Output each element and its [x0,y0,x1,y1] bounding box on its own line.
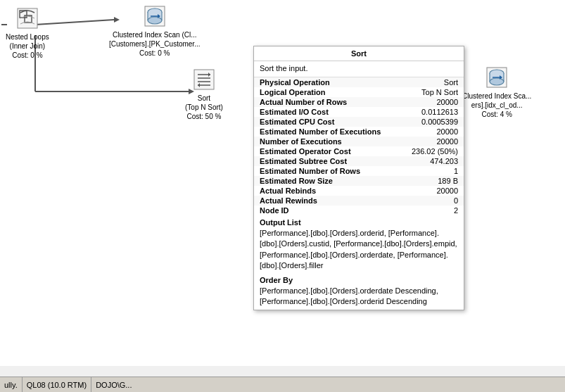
clustered-index-scan-top-label: Clustered Index Scan (Cl...[Customers].[… [109,30,201,58]
tooltip-row: Logical OperationTop N Sort [254,87,464,97]
tooltip-row: Actual Rewinds0 [254,196,464,206]
svg-point-27 [490,78,504,85]
output-list-text: [Performance].[dbo].[Orders].orderid, [P… [254,228,464,274]
tooltip-row-label: Estimated I/O Cost [254,107,386,117]
clustered-index-scan-right-icon [484,65,509,90]
tooltip-row: Estimated CPU Cost0.0005399 [254,117,464,127]
clustered-index-scan-top-node: Clustered Index Scan (Cl...[Customers].[… [109,4,201,58]
tooltip-row: Estimated Operator Cost236.02 (50%) [254,146,464,156]
status-segment-1: QL08 (10.0 RTM) [23,377,91,392]
tooltip-row-value: 474.203 [386,156,464,166]
sort-label: Sort(Top N Sort)Cost: 50 % [185,94,223,121]
tooltip-row-value: Top N Sort [386,87,464,97]
nested-loops-node: Nested Loops (Inner Join) Cost: 0 % [6,6,49,60]
tooltip-row-value: 189 B [386,176,464,186]
tooltip-row-label: Actual Number of Rows [254,97,386,107]
tooltip-row-label: Actual Rebinds [254,186,386,196]
status-segment-2: DOJO\G... [91,377,136,392]
tooltip-description: Sort the input. [254,61,464,77]
status-text-1: QL08 (10.0 RTM) [27,381,87,389]
tooltip-row-value: 0 [386,196,464,206]
tooltip-properties-table: Physical OperationSortLogical OperationT… [254,77,464,215]
status-text-0: ully. [4,381,18,389]
tooltip-row: Estimated Number of Rows1 [254,166,464,176]
tooltip-row-label: Estimated CPU Cost [254,117,386,127]
tooltip-row: Estimated I/O Cost0.0112613 [254,107,464,117]
order-by-label: Order By [254,274,464,286]
tooltip-row-label: Estimated Subtree Cost [254,156,386,166]
tooltip-row: Actual Rebinds20000 [254,186,464,196]
tooltip-row: Estimated Row Size189 B [254,176,464,186]
order-by-text: [Performance].[dbo].[Orders].orderdate D… [254,286,464,310]
sort-node: Sort(Top N Sort)Cost: 50 % [185,67,223,121]
tooltip-row: Estimated Number of Executions20000 [254,127,464,137]
clustered-index-scan-right-label: Clustered Index Sca...ers].[idx_cl_od...… [462,91,531,119]
query-plan-canvas: Nested Loops (Inner Join) Cost: 0 % Clus… [0,0,565,366]
nested-loops-label: Nested Loops (Inner Join) Cost: 0 % [6,32,49,60]
tooltip-title: Sort [254,46,464,61]
clustered-index-scan-top-icon [142,4,167,29]
tooltip-row: Estimated Subtree Cost474.203 [254,156,464,166]
tooltip-row-value: 2 [386,206,464,215]
clustered-index-scan-right-node: Clustered Index Sca...ers].[idx_cl_od...… [462,65,531,119]
tooltip-row-value: Sort [386,77,464,87]
tooltip-row-value: 1 [386,166,464,176]
tooltip-row-value: 20000 [386,127,464,137]
tooltip-row-label: Estimated Row Size [254,176,386,186]
tooltip-row-label: Node ID [254,206,386,215]
tooltip-row-value: 20000 [386,137,464,146]
tooltip-row-value: 236.02 (50%) [386,146,464,156]
tooltip-row: Actual Number of Rows20000 [254,97,464,107]
tooltip-row-label: Number of Executions [254,137,386,146]
status-bar: ully. QL08 (10.0 RTM) DOJO\G... [0,377,565,392]
tooltip-row-label: Logical Operation [254,87,386,97]
tooltip-row-label: Estimated Operator Cost [254,146,386,156]
tooltip-row-value: 20000 [386,97,464,107]
tooltip-row-label: Physical Operation [254,77,386,87]
tooltip-row: Node ID2 [254,206,464,215]
status-text-2: DOJO\G... [96,381,132,389]
tooltip-row-label: Actual Rewinds [254,196,386,206]
tooltip-row-value: 20000 [386,186,464,196]
tooltip-row-value: 0.0112613 [386,107,464,117]
tooltip-row-label: Estimated Number of Rows [254,166,386,176]
svg-rect-17 [194,70,214,89]
nested-loops-icon [15,6,40,31]
tooltip-row: Physical OperationSort [254,77,464,87]
output-list-label: Output List [254,215,464,228]
tooltip-row-label: Estimated Number of Executions [254,127,386,137]
sort-tooltip: Sort Sort the input. Physical OperationS… [253,46,464,310]
tooltip-row-value: 0.0005399 [386,117,464,127]
svg-point-12 [148,17,162,24]
tooltip-row: Number of Executions20000 [254,137,464,146]
sort-icon [191,67,217,92]
status-segment-0: ully. [0,377,23,392]
